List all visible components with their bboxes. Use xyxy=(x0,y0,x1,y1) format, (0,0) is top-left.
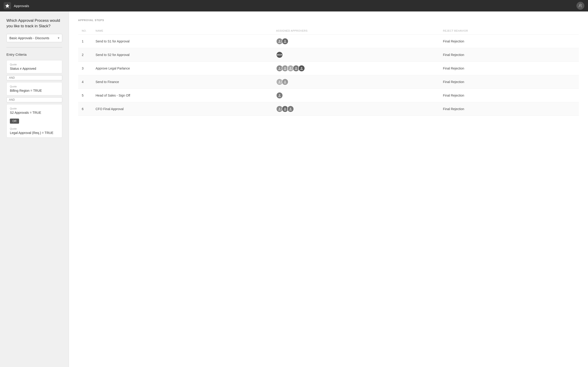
criteria-label-4: Quote xyxy=(10,127,59,130)
step-no: 4 xyxy=(78,75,92,89)
step-no: 5 xyxy=(78,89,92,102)
svg-point-15 xyxy=(279,94,280,96)
main-layout: Which Approval Process would you like to… xyxy=(0,11,588,367)
approver-avatar xyxy=(282,38,288,45)
criteria-label-1: Quote xyxy=(10,63,59,66)
step-approvers xyxy=(272,102,439,116)
step-approvers xyxy=(272,75,439,89)
criteria-group: Quote Status ≠ Approved AND Quote Billin… xyxy=(6,60,62,138)
step-no: 2 xyxy=(78,48,92,62)
approver-avatar xyxy=(282,78,288,85)
entry-criteria-title: Entry Criteria xyxy=(6,52,62,56)
step-name: Send to S1 for Approval xyxy=(92,35,272,48)
svg-point-9 xyxy=(284,67,286,69)
table-row: 6 CFO Final Approval Final Rejection xyxy=(78,102,579,116)
criteria-value-1: Status ≠ Approved xyxy=(10,67,59,70)
criteria-value-4: Legal Approval (Req.) = TRUE xyxy=(10,131,59,135)
criteria-card-2: Quote Billing Region = TRUE xyxy=(6,82,62,95)
step-approvers xyxy=(272,89,439,102)
criteria-label-2: Quote xyxy=(10,85,59,88)
approver-avatar xyxy=(287,106,294,112)
and-connector-1: AND xyxy=(6,75,62,80)
svg-point-12 xyxy=(301,67,302,69)
step-reject: Final Rejection xyxy=(439,102,579,116)
approver-avatar: MGR xyxy=(276,51,283,58)
svg-rect-5 xyxy=(581,6,582,7)
criteria-value-2: Billing Region = TRUE xyxy=(10,89,59,92)
sidebar: Which Approval Process would you like to… xyxy=(0,11,69,367)
svg-point-14 xyxy=(284,81,286,82)
table-row: 4 Send to Finance Final Rejection xyxy=(78,75,579,89)
process-select-wrap[interactable]: Basic Approvals - Discounts ▼ xyxy=(6,34,62,42)
table-row: 5 Head of Sales - Sign Off Final Rejecti… xyxy=(78,89,579,102)
col-approvers: ASSIGNED APPROVERS xyxy=(272,27,439,35)
step-name: Send to S2 for Approval xyxy=(92,48,272,62)
table-header: NO. NAME ASSIGNED APPROVERS REJECT BEHAV… xyxy=(78,27,579,35)
app-logo[interactable] xyxy=(4,2,11,9)
svg-point-17 xyxy=(284,108,286,109)
and-connector-2: AND xyxy=(6,97,62,102)
topnav-left: Approvals xyxy=(4,2,29,9)
step-name: Send to Finance xyxy=(92,75,272,89)
approver-avatar xyxy=(298,65,305,72)
step-approvers xyxy=(272,35,439,48)
criteria-card-1: Quote Status ≠ Approved xyxy=(6,60,62,73)
app-title: Approvals xyxy=(14,4,29,8)
step-name: CFO Final Approval xyxy=(92,102,272,116)
step-approvers: MGR xyxy=(272,48,439,62)
step-reject: Final Rejection xyxy=(439,75,579,89)
col-name: NAME xyxy=(92,27,272,35)
step-name: Approve Legal Parlance xyxy=(92,62,272,75)
step-reject: Final Rejection xyxy=(439,48,579,62)
svg-point-18 xyxy=(290,108,291,109)
step-no: 1 xyxy=(78,35,92,48)
svg-point-10 xyxy=(290,67,291,69)
table-row: 1 Send to S1 for Approval Final Rejectio… xyxy=(78,35,579,48)
col-reject: REJECT BEHAVIOR xyxy=(439,27,579,35)
svg-point-6 xyxy=(279,40,280,42)
step-approvers xyxy=(272,62,439,75)
criteria-label-3: Quote xyxy=(10,107,59,110)
table-body: 1 Send to S1 for Approval Final Rejectio… xyxy=(78,35,579,116)
svg-marker-0 xyxy=(6,4,9,8)
table-row: 3 Approve Legal Parlance xyxy=(78,62,579,75)
sidebar-question: Which Approval Process would you like to… xyxy=(6,18,62,29)
svg-point-16 xyxy=(279,108,280,109)
section-title: APPROVAL STEPS xyxy=(78,19,579,22)
svg-point-11 xyxy=(295,67,297,69)
criteria-value-3: S2 Approvals = TRUE xyxy=(10,111,59,115)
process-select[interactable]: Basic Approvals - Discounts xyxy=(6,34,62,42)
main-content: APPROVAL STEPS NO. NAME ASSIGNED APPROVE… xyxy=(69,11,588,367)
svg-point-13 xyxy=(279,81,280,82)
steps-table: NO. NAME ASSIGNED APPROVERS REJECT BEHAV… xyxy=(78,27,579,116)
sidebar-divider xyxy=(6,47,62,48)
table-row: 2 Send to S2 for Approval MGR Final Reje… xyxy=(78,48,579,62)
col-no: NO. xyxy=(78,27,92,35)
approver-avatar xyxy=(276,92,283,99)
step-reject: Final Rejection xyxy=(439,89,579,102)
svg-point-7 xyxy=(284,40,286,42)
step-reject: Final Rejection xyxy=(439,62,579,75)
criteria-card-3: Quote S2 Approvals = TRUE OR Quote Legal… xyxy=(6,104,62,138)
or-connector: OR xyxy=(10,119,19,124)
topnav: Approvals xyxy=(0,0,588,11)
user-avatar[interactable] xyxy=(577,2,584,10)
step-no: 6 xyxy=(78,102,92,116)
step-no: 3 xyxy=(78,62,92,75)
step-reject: Final Rejection xyxy=(439,35,579,48)
step-name: Head of Sales - Sign Off xyxy=(92,89,272,102)
svg-point-8 xyxy=(279,67,280,69)
